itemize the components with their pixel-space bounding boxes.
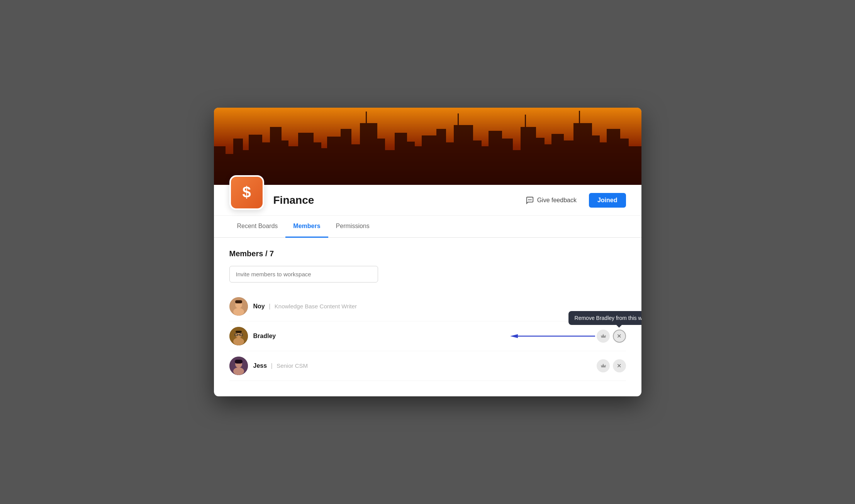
member-info: Noy | Knowledge Base Content Writer [253, 303, 357, 310]
crown-icon [600, 333, 606, 339]
main-window: $ Finance Give feedback Joined Recent Bo… [214, 108, 641, 396]
svg-rect-37 [592, 135, 600, 185]
give-feedback-button[interactable]: Give feedback [521, 193, 581, 208]
header-actions: Give feedback Joined [521, 193, 626, 208]
svg-rect-17 [377, 139, 385, 185]
svg-rect-44 [525, 115, 526, 127]
svg-rect-10 [298, 133, 314, 185]
member-name: Bradley [253, 333, 276, 339]
joined-button[interactable]: Joined [589, 193, 626, 208]
hero-banner [214, 108, 641, 185]
workspace-title: Finance [273, 194, 521, 206]
svg-rect-23 [436, 129, 446, 185]
remove-member-button[interactable]: ✕ [613, 330, 626, 343]
svg-rect-14 [341, 129, 351, 185]
tooltip-wrapper: Remove Bradley from this workspace ✕ [613, 330, 626, 343]
member-name: Noy [253, 303, 265, 310]
svg-rect-65 [235, 360, 243, 364]
member-name: Jess [253, 362, 267, 369]
svg-rect-39 [607, 129, 620, 185]
svg-rect-42 [366, 112, 367, 123]
svg-rect-16 [360, 123, 377, 185]
svg-rect-24 [446, 142, 454, 185]
svg-rect-38 [600, 142, 607, 185]
arrow-line-svg [510, 332, 595, 340]
svg-rect-40 [620, 139, 629, 185]
svg-rect-22 [422, 135, 436, 185]
svg-rect-18 [385, 150, 395, 185]
svg-rect-1 [214, 146, 226, 185]
svg-rect-25 [454, 125, 473, 185]
svg-point-51 [233, 308, 244, 316]
workspace-logo: $ [229, 175, 264, 210]
remove-member-button[interactable]: ✕ [613, 359, 626, 372]
svg-point-48 [531, 200, 531, 200]
member-info: Jess | Senior CSM [253, 362, 308, 369]
svg-rect-59 [236, 331, 242, 333]
svg-rect-33 [545, 144, 551, 185]
member-row: Noy | Knowledge Base Content Writer [229, 292, 626, 321]
svg-rect-28 [489, 131, 502, 185]
member-row: Jess | Senior CSM ✕ [229, 351, 626, 381]
svg-rect-45 [579, 111, 580, 123]
member-actions: ✕ [597, 359, 626, 372]
member-role: Senior CSM [277, 362, 308, 369]
avatar [229, 327, 248, 345]
svg-rect-13 [327, 137, 341, 185]
svg-rect-35 [564, 140, 573, 185]
svg-marker-61 [510, 334, 518, 338]
svg-rect-21 [415, 146, 422, 185]
workspace-header: $ Finance Give feedback Joined [214, 185, 641, 216]
tab-permissions[interactable]: Permissions [328, 216, 377, 238]
member-info: Bradley [253, 333, 276, 340]
tabs-bar: Recent Boards Members Permissions [214, 216, 641, 238]
svg-rect-26 [473, 140, 482, 185]
admin-crown-button[interactable] [597, 330, 610, 343]
member-actions: Remove Bradley from this workspace ✕ [594, 330, 626, 343]
svg-rect-27 [482, 146, 489, 185]
jess-avatar-image [229, 357, 248, 375]
svg-rect-8 [282, 140, 288, 185]
invite-members-input[interactable] [229, 266, 378, 282]
feedback-icon [526, 196, 534, 205]
svg-rect-11 [314, 142, 321, 185]
main-content: Members / 7 Noy | [214, 238, 641, 396]
bradley-avatar-image [229, 327, 248, 345]
svg-point-46 [528, 200, 529, 200]
svg-rect-52 [235, 300, 242, 303]
avatar [229, 297, 248, 316]
crown-icon [600, 363, 606, 369]
svg-rect-29 [502, 139, 513, 185]
tab-members[interactable]: Members [285, 216, 328, 238]
members-heading: Members / 7 [229, 249, 626, 258]
noy-avatar-image [229, 297, 248, 316]
member-list: Noy | Knowledge Base Content Writer [229, 292, 626, 381]
svg-point-55 [233, 338, 244, 345]
admin-crown-button[interactable] [597, 359, 610, 372]
svg-rect-12 [321, 148, 327, 185]
member-row: Bradley Remove Bradley from this workspa… [229, 321, 626, 351]
svg-rect-34 [551, 134, 564, 185]
member-role: Knowledge Base Content Writer [275, 303, 357, 310]
svg-rect-41 [629, 146, 641, 185]
svg-rect-15 [351, 144, 360, 185]
svg-point-47 [529, 200, 530, 200]
svg-rect-32 [536, 138, 545, 185]
workspace-logo-symbol: $ [242, 184, 251, 201]
svg-rect-7 [270, 127, 282, 185]
tab-recent-boards[interactable]: Recent Boards [229, 216, 286, 238]
arrow-indicator [510, 332, 595, 340]
svg-rect-9 [288, 146, 298, 185]
svg-rect-31 [521, 127, 536, 185]
svg-rect-19 [395, 133, 407, 185]
svg-rect-20 [407, 142, 415, 185]
feedback-label: Give feedback [537, 197, 577, 204]
svg-rect-30 [513, 150, 521, 185]
svg-rect-43 [458, 113, 459, 125]
avatar [229, 357, 248, 375]
svg-point-64 [233, 367, 244, 375]
svg-rect-36 [573, 123, 592, 185]
